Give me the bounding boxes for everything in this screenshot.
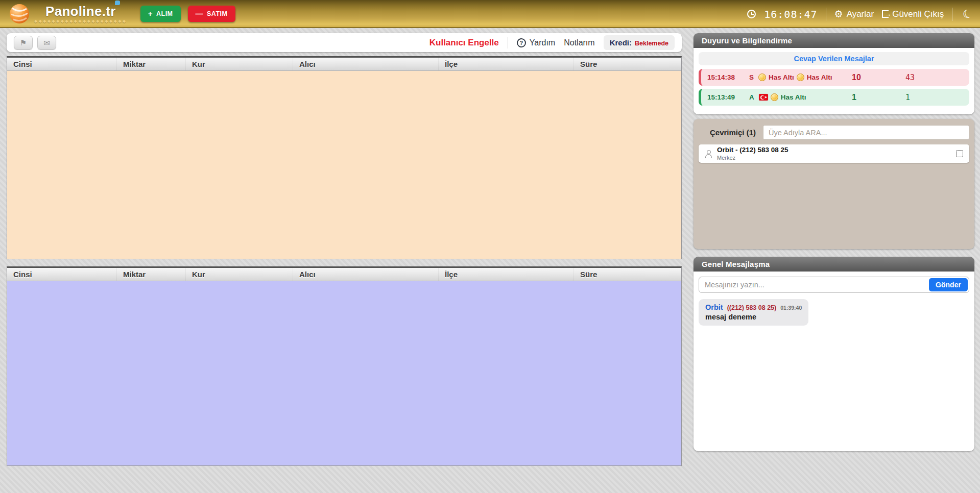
settings-link[interactable]: ⚙ Ayarlar: [834, 9, 874, 19]
credit-status: Beklemede: [635, 40, 668, 47]
announcement-item-label: Has Altı: [781, 93, 806, 101]
announcement-badges: Has Altı: [759, 93, 806, 101]
current-time: 16:08:47: [764, 8, 817, 20]
online-count-label: Çevrimiçi (1): [710, 128, 756, 137]
column-header-alıcı[interactable]: Alıcı: [293, 268, 439, 281]
announcements-header: Duyuru ve Bilgilendirme: [694, 33, 974, 48]
column-header-i̇lçe[interactable]: İlçe: [439, 58, 574, 70]
notes-link[interactable]: Notlarım: [564, 38, 594, 47]
mail-tool-button[interactable]: ✉: [37, 36, 56, 50]
minus-icon: —: [196, 11, 204, 16]
chat-message-bubble: Orbit((212) 583 08 25)01:39:40mesaj dene…: [699, 299, 808, 326]
chat-header: Genel Mesajlaşma: [694, 257, 974, 272]
announcement-time: 15:13:49: [707, 93, 749, 101]
announcement-side: S: [749, 73, 754, 81]
announcement-row[interactable]: 15:13:49AHas Altı11: [699, 89, 969, 106]
plus-icon: +: [148, 11, 153, 16]
gear-icon: ⚙: [834, 9, 843, 19]
buy-orders-table: CinsiMiktarKurAlıcıİlçeSüre: [7, 56, 682, 259]
member-info: Orbit - (212) 583 08 25Merkez: [717, 146, 788, 161]
clock-icon: [747, 10, 756, 18]
divider: [952, 8, 952, 21]
brand-logo[interactable]: Panoline.tr ◆◆◆◆◆◆◆◆◆◆◆◆◆◆◆◆◆◆◆◆◆: [9, 4, 127, 24]
brand-name: Panoline.tr: [45, 4, 116, 19]
table-header-row: CinsiMiktarKurAlıcıİlçeSüre: [7, 58, 681, 71]
toolbar-card: ⚑ ✉ Kullanıcı Engelle ? Yardım Notlarım …: [7, 33, 682, 52]
column-header-süre[interactable]: Süre: [574, 58, 681, 70]
person-icon: [705, 150, 712, 158]
chat-message-header: Orbit((212) 583 08 25)01:39:40: [705, 303, 802, 311]
brand-dots: ◆◆◆◆◆◆◆◆◆◆◆◆◆◆◆◆◆◆◆◆◆: [34, 19, 127, 23]
column-header-alıcı[interactable]: Alıcı: [293, 58, 439, 70]
brand-spark-icon: [115, 1, 120, 5]
table-body-empty: [7, 71, 681, 259]
column-header-kur[interactable]: Kur: [186, 268, 293, 281]
envelope-icon: ✉: [43, 38, 50, 47]
help-link[interactable]: ? Yardım: [517, 38, 555, 47]
announcement-count: 1: [905, 93, 910, 102]
announcement-item-label: Has Altı: [807, 73, 832, 81]
dark-mode-toggle-moon-icon[interactable]: ☾: [961, 7, 974, 21]
turkish-flag-icon: [759, 94, 768, 101]
column-header-miktar[interactable]: Miktar: [117, 268, 186, 281]
member-search-input[interactable]: [763, 125, 969, 140]
announcement-time: 15:14:38: [707, 73, 749, 81]
send-button[interactable]: Gönder: [929, 278, 968, 291]
flag-tool-button[interactable]: ⚑: [14, 36, 33, 50]
member-branch: Merkez: [717, 155, 788, 161]
announcement-count: 43: [905, 73, 915, 82]
globe-logo-icon: [9, 4, 30, 24]
announcement-quantity: 1: [852, 93, 856, 102]
sell-button[interactable]: — SATIM: [188, 6, 235, 22]
buy-button[interactable]: + ALIM: [140, 6, 181, 22]
table-header-row: CinsiMiktarKurAlıcıİlçeSüre: [7, 268, 681, 281]
logout-link[interactable]: Güvenli Çıkış: [882, 9, 944, 19]
credit-badge: Kredi: Beklemede: [604, 35, 675, 50]
general-chat-section: Genel Mesajlaşma Gönder Orbit((212) 583 …: [694, 257, 974, 451]
top-bar: Panoline.tr ◆◆◆◆◆◆◆◆◆◆◆◆◆◆◆◆◆◆◆◆◆ + ALIM…: [0, 0, 980, 28]
announcement-quantity: 10: [852, 73, 861, 82]
chat-sender-phone: ((212) 583 08 25): [727, 304, 777, 311]
column-header-i̇lçe[interactable]: İlçe: [439, 268, 574, 281]
chat-message-time: 01:39:40: [780, 305, 802, 311]
credit-label: Kredi:: [610, 38, 632, 47]
member-name: Orbit - (212) 583 08 25: [717, 146, 788, 154]
column-header-cinsi[interactable]: Cinsi: [7, 268, 117, 281]
announcement-item-label: Has Altı: [769, 73, 794, 81]
divider: [508, 37, 508, 48]
table-body-empty: [7, 281, 681, 465]
gold-coin-icon: [758, 73, 766, 81]
question-icon: ?: [517, 38, 526, 47]
announcement-side: A: [749, 93, 754, 101]
column-header-miktar[interactable]: Miktar: [117, 58, 186, 70]
divider: [826, 8, 826, 21]
gold-coin-icon: [771, 93, 778, 101]
member-list-item[interactable]: Orbit - (212) 583 08 25Merkez: [699, 144, 969, 163]
exit-icon: [882, 10, 889, 18]
flag-star-icon: [765, 96, 767, 98]
answered-messages-title: Cevap Verilen Mesajlar: [699, 52, 969, 65]
sell-orders-table: CinsiMiktarKurAlıcıİlçeSüre: [7, 266, 682, 466]
column-header-cinsi[interactable]: Cinsi: [7, 58, 117, 70]
chat-message-text: mesaj deneme: [705, 313, 802, 321]
member-checkbox[interactable]: [956, 150, 963, 157]
flag-icon: ⚑: [20, 38, 27, 47]
column-header-kur[interactable]: Kur: [186, 58, 293, 70]
column-header-süre[interactable]: Süre: [574, 268, 681, 281]
online-members-section: Çevrimiçi (1) Orbit - (212) 583 08 25Mer…: [694, 119, 974, 249]
announcement-row[interactable]: 15:14:38SHas AltıHas Altı1043: [699, 69, 969, 86]
block-user-link[interactable]: Kullanıcı Engelle: [429, 38, 499, 48]
chat-sender-name: Orbit: [705, 303, 723, 311]
announcements-section: Duyuru ve Bilgilendirme Cevap Verilen Me…: [694, 33, 974, 114]
announcement-badges: Has AltıHas Altı: [758, 73, 832, 81]
gold-coin-icon: [797, 73, 804, 81]
